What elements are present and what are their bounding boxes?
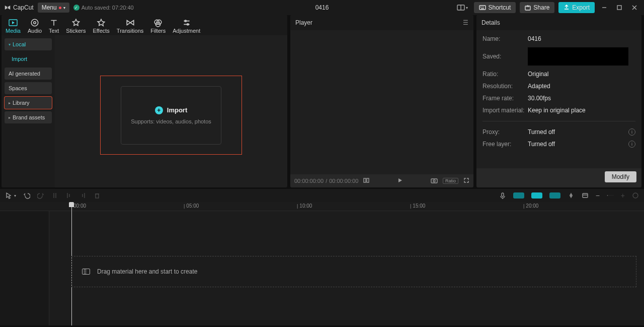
redo-button[interactable] [37,192,44,199]
delete-tool[interactable] [94,192,101,199]
shortcut-button[interactable]: Shortcut [474,2,516,13]
tab-label: Adjustment [173,28,200,34]
sidebar-item-import[interactable]: Import [5,53,52,65]
tab-stickers[interactable]: Stickers [66,17,86,34]
trim-right-tool[interactable] [79,192,87,199]
minimize-button[interactable] [599,2,610,13]
import-highlight-box: + Import Supports: videos, audios, photo… [100,76,242,155]
detail-saved-thumbnail [528,47,628,66]
timeline-dropzone[interactable]: Drag material here and start to create [71,256,636,287]
play-button[interactable] [397,177,403,184]
tab-audio[interactable]: Audio [28,17,42,34]
detail-saved-label: Saved: [482,53,528,60]
maximize-button[interactable] [614,2,625,13]
assets-panel: Media Audio Text Stickers Effects Transi… [2,15,287,187]
ruler-tick: 05:00 [184,203,199,209]
detail-freelayer-value: Turned off [528,141,555,148]
detail-framerate-label: Frame rate: [482,95,528,102]
tab-media[interactable]: Media [6,17,21,34]
snap-icon[interactable] [568,192,575,199]
player-time-current: 00:00:00:00 [294,178,324,184]
timeline-ruler[interactable]: 00:00 05:00 10:00 15:00 20:00 [0,202,644,211]
svg-point-26 [433,180,435,182]
filters-icon [153,19,163,27]
sidebar-item-spaces[interactable]: Spaces [5,82,52,94]
detail-resolution-value: Adapted [528,83,550,90]
player-menu-icon[interactable]: ☰ [463,19,468,26]
topbar-right: ▾ Shortcut Share Export [455,2,640,13]
share-button[interactable]: Share [520,2,554,13]
divider [482,121,635,121]
tab-adjustment[interactable]: Adjustment [173,17,200,34]
preview-cover-icon[interactable] [582,192,589,199]
split-tool[interactable] [51,192,58,199]
info-icon[interactable]: i [628,141,635,148]
media-icon [9,19,18,27]
modify-button[interactable]: Modify [605,171,636,182]
undo-button[interactable] [23,192,30,199]
zoom-slider[interactable] [607,192,614,199]
info-icon[interactable]: i [628,128,635,136]
compare-icon[interactable] [363,177,369,184]
zoom-out-icon[interactable]: − [596,191,600,200]
brand-text: CapCut [13,4,34,11]
app-brand: CapCut [4,4,34,11]
sidebar-item-library[interactable]: ▸Library [5,97,52,109]
chevron-down-icon: ▾ [466,6,468,10]
share-label: Share [533,4,549,11]
sidebar-item-brand-assets[interactable]: ▸Brand assets [5,111,52,123]
export-label: Export [572,4,590,11]
sidebar-item-label: Brand assets [13,114,45,120]
main-track-magnet-on[interactable] [531,192,542,199]
tab-filters[interactable]: Filters [150,17,166,34]
snapshot-icon[interactable] [431,177,438,184]
detail-framerate-value: 30.00fps [528,95,551,102]
detail-name-value: 0416 [528,35,541,42]
menu-button[interactable]: Menu ▾ [38,3,69,13]
timeline-panel[interactable]: 00:00 05:00 10:00 15:00 20:00 Drag mater… [0,202,644,325]
capcut-logo-icon [4,4,11,11]
tab-transitions[interactable]: Transitions [117,17,143,34]
main-track-magnet-off[interactable] [513,192,524,199]
chevron-right-icon: ▸ [9,115,11,120]
pointer-dropdown[interactable]: ▾ [14,193,16,198]
fullscreen-icon[interactable] [463,177,469,184]
ruler-tick: 10:00 [297,203,312,209]
ratio-button[interactable]: Ratio [443,178,458,184]
mic-icon[interactable] [499,192,506,199]
details-header-label: Details [481,19,500,26]
detail-import-material-value: Keep in original place [528,107,586,114]
player-preview[interactable] [290,30,473,174]
close-button[interactable] [629,2,640,13]
chevron-down-icon: ▾ [9,42,11,47]
share-icon [525,5,531,11]
tab-text[interactable]: Text [49,17,59,34]
keyboard-icon [479,5,486,10]
effects-icon [97,19,106,27]
asset-sidebar: ▾Local Import AI generated Spaces ▸Libra… [2,35,55,187]
pointer-tool[interactable] [5,192,12,199]
svg-point-13 [31,19,38,26]
detail-resolution-label: Resolution: [482,83,528,90]
detail-ratio-value: Original [528,71,548,78]
layout-switch-button[interactable]: ▾ [455,4,470,12]
tab-effects[interactable]: Effects [93,17,109,34]
sidebar-item-local[interactable]: ▾Local [5,38,52,50]
player-header: Player ☰ [290,15,473,30]
main-track-magnet-off2[interactable] [549,192,560,199]
import-subtitle: Supports: videos, audios, photos [131,118,211,124]
trim-left-tool[interactable] [65,192,72,199]
sidebar-item-label: Spaces [9,85,27,91]
asset-content: + Import Supports: videos, audios, photo… [55,35,287,187]
main-region: Media Audio Text Stickers Effects Transi… [0,15,644,189]
zoom-fit-icon[interactable] [632,192,639,199]
export-button[interactable]: Export [558,2,595,13]
zoom-in-icon[interactable]: + [621,191,625,200]
svg-rect-2 [479,6,486,10]
sidebar-item-ai[interactable]: AI generated [5,68,52,80]
project-title: 0416 [315,4,329,11]
export-icon [564,5,570,11]
tab-label: Transitions [117,28,143,34]
import-dropzone[interactable]: + Import Supports: videos, audios, photo… [121,86,221,145]
sidebar-item-label: Local [13,41,26,47]
